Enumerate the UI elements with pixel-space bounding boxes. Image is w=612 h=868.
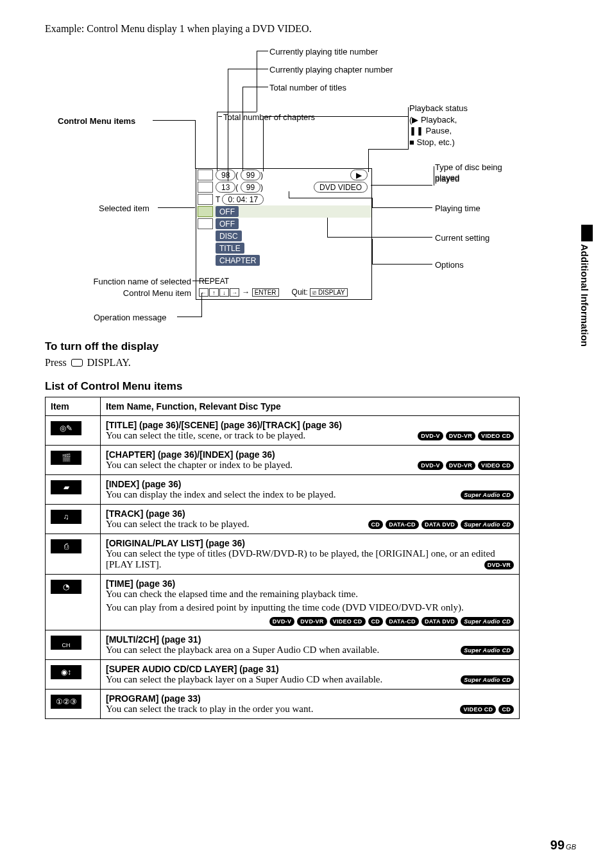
- item-icon-cell: ⎙: [46, 534, 101, 575]
- heading-turn-off: To turn off the display: [45, 340, 574, 353]
- osd-row-disc: DISC: [216, 230, 242, 241]
- callout-function-name-l1: Function name of selected: [94, 277, 191, 286]
- page-number-value: 99: [550, 838, 565, 852]
- play-icon: ▶: [350, 169, 368, 180]
- quit-label: Quit:: [292, 288, 308, 297]
- disc-badge: Super Audio CD: [461, 646, 514, 655]
- press-prefix: Press: [45, 357, 69, 368]
- col-desc: Item Name, Function, Relevant Disc Type: [101, 397, 520, 416]
- osd-chapter-current: 13: [221, 183, 230, 192]
- osd-icon-time: [198, 194, 213, 205]
- disc-badge: DATA DVD: [421, 520, 458, 529]
- display-button-icon: [71, 359, 83, 367]
- disc-badge: DVD-VR: [446, 431, 475, 440]
- col-item: Item: [46, 397, 101, 416]
- item-desc: You can display the index and select the…: [106, 489, 336, 499]
- osd-chapter-total: 99: [246, 183, 255, 192]
- item-title: [ORIGINAL/PLAY LIST] (page 36): [106, 538, 514, 548]
- callout-chapter-number: Currently playing chapter number: [269, 64, 393, 76]
- item-desc-cell: [TRACK] (page 36)You can select the trac…: [101, 505, 520, 534]
- item-icon-cell: 🎬: [46, 446, 101, 475]
- table-row: ◎✎[TITLE] (page 36)/[SCENE] (page 36)/[T…: [46, 416, 520, 446]
- disc-badge: Super Audio CD: [461, 617, 514, 626]
- item-desc: You can select the chapter or index to b…: [106, 460, 293, 470]
- item-desc-cell: [TIME] (page 36)You can check the elapse…: [101, 575, 520, 630]
- callout-playing-time: Playing time: [435, 203, 480, 214]
- disc-badges: VIDEO CDCD: [457, 704, 514, 714]
- item-desc-cell: [ORIGINAL/PLAY LIST] (page 36)You can se…: [101, 534, 520, 575]
- osd-disc-type: DVD VIDEO: [314, 182, 368, 193]
- disc-badge: VIDEO CD: [478, 431, 514, 440]
- osd-row-off1: OFF: [216, 206, 239, 217]
- callout-playback-status-pause: ❚❚ Pause,: [409, 126, 452, 135]
- item-icon-cell: ◉↕: [46, 660, 101, 690]
- callout-playback-status-stop: ■ Stop, etc.): [409, 137, 455, 147]
- item-desc: You can select the title, scene, or trac…: [106, 430, 305, 440]
- item-desc: You can select the playback layer on a S…: [106, 674, 382, 684]
- item-icon-cell: ◔: [46, 575, 101, 630]
- item-title: [TITLE] (page 36)/[SCENE] (page 36)/[TRA…: [106, 420, 514, 430]
- disc-badge: Super Audio CD: [461, 490, 514, 499]
- control-menu-table: Item Item Name, Function, Relevant Disc …: [45, 397, 520, 719]
- item-title: [SUPER AUDIO CD/CD LAYER] (page 31): [106, 664, 514, 674]
- disc-badges: DVD-VR: [482, 559, 514, 569]
- item-icon: ①②③: [51, 695, 81, 709]
- disc-badges: Super Audio CD: [458, 645, 514, 655]
- item-desc: You can select the track to be played.: [106, 519, 249, 529]
- enter-key: ENTER: [252, 288, 279, 297]
- disc-badge: VIDEO CD: [478, 461, 514, 470]
- item-icon: 🎬: [51, 451, 81, 465]
- arrow-keys-icon: ←↑↓→: [199, 288, 240, 297]
- osd-time-value: 0: 04: 17: [228, 195, 258, 204]
- item-title: [INDEX] (page 36): [106, 479, 514, 489]
- osd-bottom-bar: REPEAT ←↑↓→ → ENTER Quit: ⎚ DISPLAY: [199, 277, 369, 297]
- item-icon: ◉↕: [51, 665, 81, 679]
- osd-icon-row: [198, 218, 213, 229]
- table-row: ▰[INDEX] (page 36)You can display the in…: [46, 475, 520, 505]
- side-tab-marker: [581, 225, 593, 241]
- item-desc-cell: [TITLE] (page 36)/[SCENE] (page 36)/[TRA…: [101, 416, 520, 446]
- page-number: 99GB: [550, 838, 576, 853]
- disc-badge: DATA DVD: [421, 617, 458, 626]
- disc-badges: CDDATA-CDDATA DVDSuper Audio CD: [366, 519, 514, 529]
- table-row: CH[MULTI/2CH] (page 31)You can select th…: [46, 630, 520, 660]
- disc-badge: CD: [368, 617, 384, 626]
- item-icon-cell: ①②③: [46, 690, 101, 719]
- press-display-line: Press DISPLAY.: [45, 357, 574, 369]
- osd-icon-title: [198, 169, 213, 180]
- table-row: ①②③[PROGRAM] (page 33)You can select the…: [46, 690, 520, 719]
- item-title: [TRACK] (page 36): [106, 508, 514, 519]
- item-sub-desc: You can play from a desired point by inp…: [106, 602, 514, 613]
- callout-total-chapters: Total number of chapters: [223, 112, 315, 123]
- page-region: GB: [566, 843, 576, 851]
- heading-list: List of Control Menu items: [45, 380, 574, 393]
- item-title: [MULTI/2CH] (page 31): [106, 634, 514, 645]
- disc-badges: DVD-VDVD-VRVIDEO CD: [415, 460, 514, 470]
- callout-playback-status-play: (▶ Playback,: [409, 115, 457, 125]
- disc-badge: DVD-VR: [297, 617, 327, 626]
- item-desc-cell: [CHAPTER] (page 36)/[INDEX] (page 36)You…: [101, 446, 520, 475]
- disc-badge: CD: [498, 705, 514, 714]
- item-icon: CH: [51, 636, 81, 650]
- callout-total-titles: Total number of titles: [269, 82, 346, 94]
- callout-options: Options: [435, 259, 464, 271]
- disc-badges: DVD-VDVD-VRVIDEO CD: [415, 430, 514, 440]
- callout-selected-item: Selected item: [99, 203, 149, 214]
- callout-function-name: Function name of selected Control Menu i…: [69, 276, 191, 299]
- press-suffix: DISPLAY.: [85, 357, 131, 368]
- item-title: [TIME] (page 36): [106, 578, 514, 589]
- table-row: ⎙[ORIGINAL/PLAY LIST] (page 36)You can s…: [46, 534, 520, 575]
- item-icon: ⎙: [51, 539, 81, 553]
- item-desc-cell: [MULTI/2CH] (page 31)You can select the …: [101, 630, 520, 660]
- display-key: ⎚ DISPLAY: [310, 288, 347, 297]
- disc-badges: Super Audio CD: [458, 674, 514, 684]
- item-desc-cell: [SUPER AUDIO CD/CD LAYER] (page 31)You c…: [101, 660, 520, 690]
- callout-control-menu-items: Control Menu items: [58, 116, 135, 127]
- osd-panel: 98( 99) ▶ 13( 99) DVD VIDEO T 0: 04: 17 …: [196, 168, 372, 300]
- item-icon-cell: CH: [46, 630, 101, 660]
- osd-title-current: 98: [221, 171, 230, 180]
- osd-icon-chapter: [198, 182, 213, 193]
- item-icon: ◎✎: [51, 421, 81, 435]
- callout-title-number: Currently playing title number: [269, 46, 378, 58]
- disc-badge: VIDEO CD: [460, 705, 496, 714]
